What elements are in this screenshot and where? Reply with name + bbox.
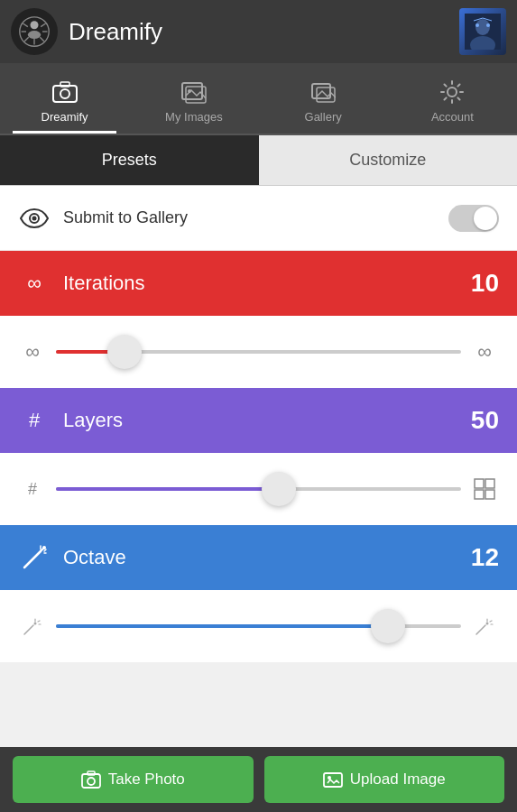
octave-section-header: Octave 12 [0,525,517,590]
svg-point-52 [328,776,331,780]
iterations-value: 10 [471,269,499,298]
nav-label-my-images: My Images [165,110,223,124]
layers-max-icon [470,475,499,503]
iterations-slider-row: ∞ ∞ [0,316,517,388]
navigation-bar: Dreamify My Images Gallery [0,63,517,135]
nav-item-dreamify[interactable]: Dreamify [0,63,129,134]
svg-line-41 [38,621,40,622]
svg-line-32 [24,551,41,567]
iterations-section-header: ∞ Iterations 10 [0,251,517,316]
octave-label: Octave [63,546,126,569]
layers-label: Layers [63,409,123,432]
tab-customize[interactable]: Customize [259,135,518,185]
svg-line-8 [40,37,44,42]
svg-point-27 [32,216,37,220]
upload-image-label: Upload Image [350,770,446,789]
submit-row: Submit to Gallery [0,186,517,251]
nav-item-gallery[interactable]: Gallery [259,63,388,134]
iterations-slider-track[interactable] [56,350,461,354]
layers-section-header: # Layers 50 [0,388,517,453]
layers-slider-fill [56,487,279,491]
svg-rect-29 [485,479,494,488]
svg-point-14 [486,23,490,27]
iterations-min-icon: ∞ [18,337,47,366]
octave-slider-fill [56,624,388,628]
svg-point-11 [475,19,490,35]
submit-toggle[interactable] [448,205,499,232]
wand-icon-white [18,541,51,574]
svg-point-1 [31,21,39,29]
hash-icon-white: # [18,404,51,437]
svg-line-3 [23,23,27,27]
octave-max-icon [470,612,499,641]
layers-min-icon: # [18,475,47,503]
iterations-max-icon: ∞ [470,337,499,366]
eye-icon [18,202,51,235]
svg-point-49 [88,778,95,785]
svg-line-38 [24,625,33,634]
toggle-knob [474,207,497,230]
svg-point-18 [60,89,69,98]
svg-point-39 [34,623,37,625]
infinity-icon-white: ∞ [18,267,51,300]
octave-value: 12 [471,543,499,572]
layers-slider-thumb[interactable] [262,472,296,506]
gallery-icon [309,78,337,106]
submit-label: Submit to Gallery [63,208,448,227]
layers-slider-track[interactable] [56,487,461,491]
nav-label-gallery: Gallery [305,110,342,124]
nav-label-account: Account [431,110,474,124]
svg-line-46 [490,621,492,622]
app-header: Dreamify [0,0,517,63]
svg-rect-50 [88,771,95,775]
svg-point-22 [188,89,191,93]
iterations-label: Iterations [63,272,145,295]
iterations-slider-thumb[interactable] [107,335,142,369]
svg-line-7 [24,37,29,42]
app-logo [11,8,58,55]
my-images-icon [180,78,208,106]
user-avatar[interactable] [459,8,506,55]
svg-rect-19 [60,82,69,87]
svg-line-4 [41,23,45,27]
octave-slider-track[interactable] [56,624,461,628]
svg-point-25 [448,88,457,97]
layers-slider-row: # [0,453,517,525]
header-title: Dreamify [69,18,459,46]
camera-icon [51,78,79,106]
svg-line-36 [44,549,46,551]
svg-rect-31 [485,490,494,499]
upload-image-button[interactable]: Upload Image [264,756,505,803]
svg-rect-28 [475,479,484,488]
octave-slider-row [0,590,517,662]
take-photo-label: Take Photo [108,770,185,789]
octave-min-icon [18,612,47,641]
take-photo-button[interactable]: Take Photo [13,756,254,803]
nav-item-my-images[interactable]: My Images [129,63,258,134]
svg-rect-17 [53,86,77,102]
tab-bar: Presets Customize [0,135,517,186]
svg-rect-30 [475,490,484,499]
svg-point-2 [28,31,41,39]
layers-value: 50 [471,406,499,435]
nav-label-dreamify: Dreamify [42,110,88,124]
svg-line-43 [476,625,485,634]
svg-point-13 [475,23,479,27]
nav-item-account[interactable]: Account [388,63,517,134]
svg-point-44 [486,623,489,625]
settings-icon [438,78,466,106]
svg-point-34 [42,546,46,549]
svg-rect-51 [324,773,342,787]
tab-presets[interactable]: Presets [0,135,259,185]
bottom-action-bar: Take Photo Upload Image [0,747,517,812]
octave-slider-thumb[interactable] [371,609,405,643]
